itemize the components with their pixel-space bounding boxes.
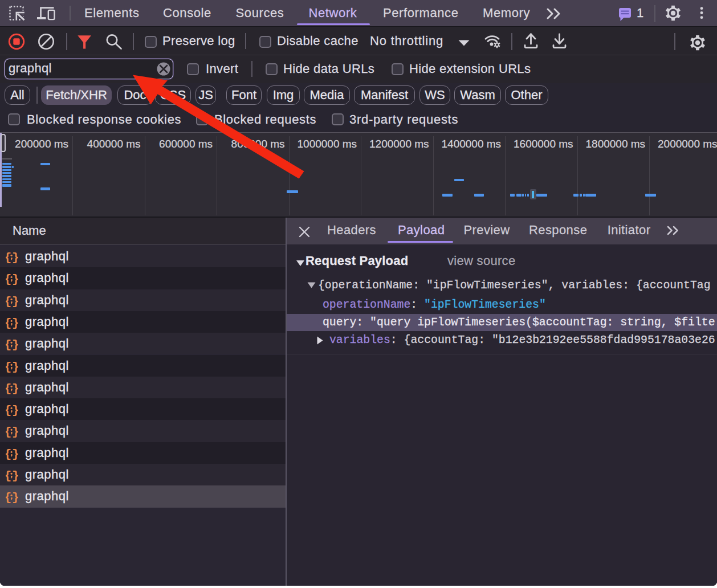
svg-text:}: } [12,426,18,438]
svg-text:}: } [12,273,18,285]
svg-text:}: } [12,295,18,307]
svg-text:{: { [6,382,11,394]
svg-text:{: { [6,360,11,373]
svg-text:{: { [6,469,11,482]
svg-text:{: { [6,295,11,307]
svg-text:}: } [12,360,18,373]
svg-text:{: { [6,338,11,351]
svg-text:{: { [6,447,11,460]
svg-text:}: } [12,316,18,329]
svg-text:}: } [12,338,18,351]
svg-text:{: { [6,491,11,504]
svg-text:{: { [6,316,11,329]
svg-text:{: { [6,426,11,438]
svg-text:}: } [12,469,18,482]
svg-text:}: } [12,382,18,394]
svg-text:{: { [6,404,11,416]
svg-text:{: { [6,251,11,264]
svg-text:}: } [12,251,18,264]
svg-text:}: } [12,404,18,416]
svg-text:{: { [6,273,11,285]
svg-text:}: } [12,447,18,460]
svg-text:}: } [12,491,18,504]
